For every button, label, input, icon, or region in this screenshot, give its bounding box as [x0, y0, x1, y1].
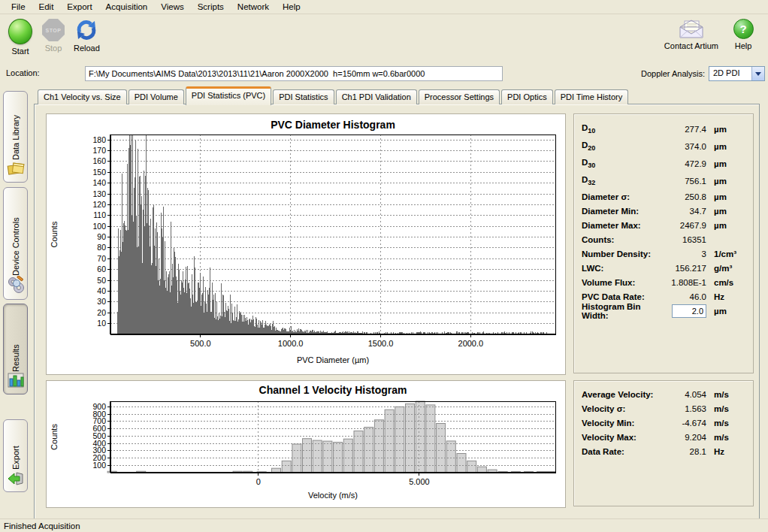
- menu-item-export[interactable]: Export: [60, 1, 98, 13]
- stat-value: -4.674: [660, 419, 706, 428]
- toolbar: Start STOP Stop Reload: [0, 14, 768, 64]
- svg-text:2000.0: 2000.0: [458, 339, 484, 348]
- svg-text:130: 130: [92, 189, 106, 198]
- tab-pdi-volume[interactable]: PDI Volume: [129, 89, 184, 104]
- contact-artium-button[interactable]: Contact Artium: [664, 19, 718, 50]
- stat-unit: µm: [714, 207, 745, 216]
- svg-text:140: 140: [92, 178, 106, 187]
- sidebar-item-export[interactable]: Export: [3, 419, 28, 492]
- reload-button[interactable]: Reload: [74, 19, 100, 56]
- chart-title: PVC Diameter Histogram: [271, 119, 395, 131]
- stat-label: Diameter σ:: [582, 192, 660, 201]
- stat-value: 756.1: [660, 177, 706, 186]
- histogram-bin-width-input[interactable]: [672, 304, 706, 318]
- pvc-diameter-histogram-panel: 1020304050607080901001101201301401501601…: [46, 113, 566, 375]
- envelope-icon: [678, 19, 705, 39]
- contact-artium-label: Contact Artium: [664, 41, 718, 50]
- chevron-down-icon[interactable]: [751, 67, 764, 80]
- stat-value: 28.1: [660, 447, 706, 456]
- velocity-histogram-panel: 10020030040050060070080090005.000Channel…: [46, 380, 566, 508]
- svg-text:170: 170: [92, 146, 106, 155]
- svg-text:110: 110: [93, 210, 106, 219]
- stat-value: 374.0: [660, 142, 706, 151]
- svg-text:100: 100: [92, 222, 106, 231]
- stat-unit: m/s: [714, 419, 745, 428]
- stat-value: 472.9: [660, 159, 706, 168]
- pvc-diameter-histogram-chart: 1020304050607080901001101201301401501601…: [47, 114, 564, 373]
- tab-pdi-statistics-pvc[interactable]: PDI Statistics (PVC): [186, 86, 271, 105]
- stat-row-velocity-max: Velocity Max:9.204m/s: [582, 430, 745, 444]
- menu-item-edit[interactable]: Edit: [32, 1, 61, 13]
- stat-value: 9.204: [660, 433, 706, 442]
- stat-row-d10: D10277.4µm: [582, 120, 745, 138]
- stat-label: D30: [582, 158, 660, 169]
- sidebar-item-results[interactable]: Results: [3, 304, 28, 394]
- menu-item-scripts[interactable]: Scripts: [191, 1, 231, 13]
- folders-icon: [7, 160, 25, 178]
- stat-unit: 1/cm³: [714, 249, 745, 258]
- menu-bar: FileEditExportAcquisitionViewsScriptsNet…: [0, 0, 768, 14]
- tab-processor-settings[interactable]: Processor Settings: [419, 89, 500, 104]
- svg-text:150: 150: [92, 168, 106, 177]
- tab-ch1-velocity-vs-size[interactable]: Ch1 Velocity vs. Size: [38, 89, 127, 104]
- gears-icon: [7, 276, 25, 295]
- tab-pdi-optics[interactable]: PDI Optics: [501, 89, 553, 104]
- y-axis-label: Counts: [50, 424, 59, 450]
- svg-text:500.0: 500.0: [190, 339, 211, 348]
- stat-label: Counts:: [582, 235, 660, 244]
- status-text: Finished Acquisition: [4, 521, 80, 530]
- doppler-analysis-group: Doppler Analysis: 2D PDI: [641, 66, 765, 81]
- stat-value: 16351: [660, 235, 706, 244]
- svg-text:30: 30: [97, 297, 106, 306]
- stat-row-lwc: LWC:156.217g/m³: [582, 261, 745, 275]
- doppler-analysis-value: 2D PDI: [709, 67, 751, 80]
- menu-item-help[interactable]: Help: [276, 1, 307, 13]
- svg-text:20: 20: [97, 308, 106, 317]
- stat-label: PVC Data Rate:: [582, 292, 660, 301]
- help-button[interactable]: ? Help: [730, 19, 756, 50]
- sidebar-item-label: Export: [11, 427, 20, 470]
- stat-unit: µm: [714, 307, 745, 316]
- sidebar-item-device-controls[interactable]: Device Controls: [3, 187, 28, 300]
- menu-item-file[interactable]: File: [5, 1, 32, 13]
- svg-text:1000.0: 1000.0: [278, 339, 304, 348]
- stat-row-d32: D32756.1µm: [582, 172, 745, 189]
- toolbar-left-group: Start STOP Stop Reload: [8, 19, 100, 56]
- stat-value: 3: [660, 249, 706, 258]
- svg-text:80: 80: [97, 243, 106, 252]
- doppler-analysis-select[interactable]: 2D PDI: [709, 66, 765, 81]
- stat-row-d30: D30472.9µm: [582, 155, 745, 172]
- reload-icon: [75, 19, 98, 41]
- stat-row-histogram-bin-width: Histogram Bin Width:µm: [582, 304, 745, 318]
- stat-value: 46.0: [660, 292, 706, 301]
- tab-pdi-time-history[interactable]: PDI Time History: [555, 89, 629, 104]
- start-button[interactable]: Start: [8, 19, 33, 56]
- status-bar: Finished Acquisition: [0, 518, 768, 532]
- stat-row-diameter-max: Diameter Max:2467.9µm: [582, 218, 745, 232]
- svg-text:90: 90: [97, 232, 106, 241]
- tab-ch1-pdi-validation[interactable]: Ch1 PDI Validation: [336, 89, 417, 104]
- menu-item-network[interactable]: Network: [231, 1, 276, 13]
- chart-title: Channel 1 Velocity Histogram: [259, 384, 407, 396]
- stat-unit: µm: [714, 177, 745, 186]
- start-label: Start: [11, 47, 29, 56]
- stat-row-average-velocity: Average Velocity:4.054m/s: [582, 387, 745, 401]
- pvc-statistics-panel: D10277.4µmD20374.0µmD30472.9µmD32756.1µm…: [573, 113, 754, 373]
- location-row: Location: Doppler Analysis: 2D PDI: [0, 65, 768, 84]
- stat-label: LWC:: [582, 264, 660, 273]
- sidebar-item-data-library[interactable]: Data Library: [3, 91, 28, 183]
- stat-unit: m/s: [714, 390, 745, 399]
- location-label: Location:: [6, 68, 40, 77]
- stat-unit: µm: [714, 221, 745, 230]
- tab-pdi-statistics[interactable]: PDI Statistics: [273, 89, 334, 104]
- location-input[interactable]: [85, 66, 503, 81]
- stat-label: Average Velocity:: [582, 390, 660, 399]
- velocity-statistics-panel: Average Velocity:4.054m/sVelocity σ:1.56…: [573, 380, 754, 506]
- svg-text:120: 120: [92, 200, 106, 209]
- stat-row-volume-flux: Volume Flux:1.808E-1cm/s: [582, 275, 745, 289]
- menu-item-views[interactable]: Views: [154, 1, 190, 13]
- doppler-analysis-label: Doppler Analysis:: [641, 69, 705, 78]
- stat-unit: µm: [714, 142, 745, 151]
- y-axis-label: Counts: [50, 221, 59, 247]
- menu-item-acquisition[interactable]: Acquisition: [99, 1, 155, 13]
